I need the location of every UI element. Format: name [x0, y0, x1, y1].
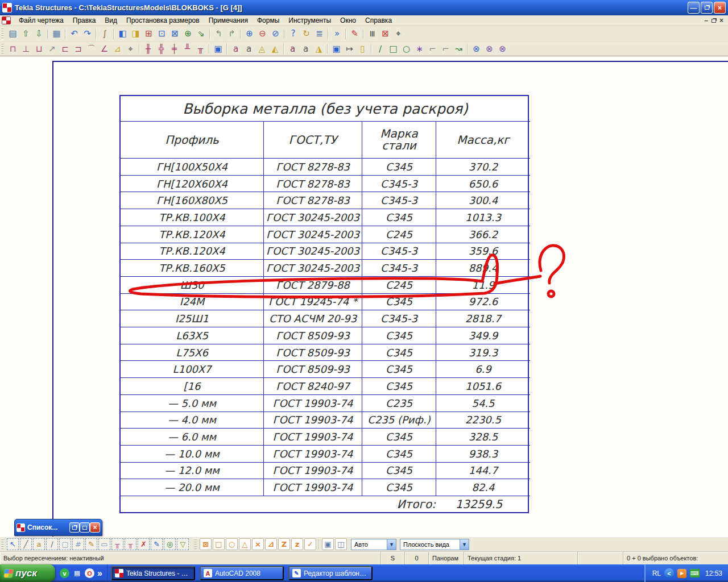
select-check-icon[interactable]: ✓: [304, 538, 316, 550]
note-slope-icon[interactable]: ◮: [312, 43, 325, 55]
mdi-restore-button[interactable]: [712, 19, 716, 23]
select-dim-icon[interactable]: ▣: [212, 43, 225, 55]
mark-slope-icon[interactable]: ◭: [268, 43, 282, 55]
menu-item[interactable]: Окно: [336, 15, 361, 26]
dim-horizontal-icon[interactable]: ⊓: [6, 43, 19, 55]
toolbar-grip[interactable]: [1, 539, 4, 550]
undo-icon[interactable]: ↶: [68, 28, 81, 40]
save-icon[interactable]: ▦: [50, 28, 63, 40]
draw-poly-1-icon[interactable]: ⌐: [426, 43, 439, 55]
rebar-dim-1-icon[interactable]: ╫: [142, 43, 155, 55]
dim-curved-icon[interactable]: ⌒: [85, 43, 98, 55]
select-all-icon[interactable]: ⊠: [200, 538, 212, 550]
dim-angle-icon[interactable]: ∠: [98, 43, 111, 55]
report-list-icon[interactable]: ≣: [313, 28, 326, 40]
zoom-mode-select[interactable]: Авто ▼: [351, 539, 396, 550]
select-rect-icon[interactable]: □: [213, 538, 225, 550]
snap-tools-icon[interactable]: ✗: [138, 538, 150, 550]
select-circle-icon[interactable]: ○: [226, 538, 238, 550]
dim-right-icon[interactable]: ⊐: [72, 43, 85, 55]
delete-view-icon[interactable]: ⊠: [379, 28, 392, 40]
dim-perpendicular-icon[interactable]: ⊥: [19, 43, 32, 55]
snap-filter-icon[interactable]: ▽: [177, 538, 189, 550]
draw-circle-icon[interactable]: ○: [400, 43, 413, 55]
menu-item[interactable]: Формы: [253, 15, 284, 26]
zoom-out-icon[interactable]: ⊖: [256, 28, 269, 40]
select-zz-icon[interactable]: z: [291, 538, 303, 550]
snap-line-icon[interactable]: ╱: [20, 538, 32, 550]
draw-rect-icon[interactable]: □: [387, 43, 400, 55]
select-angle-icon[interactable]: ⊿: [265, 538, 277, 550]
dim-free-icon[interactable]: ↗: [46, 43, 59, 55]
fit-region-icon[interactable]: ⊠: [168, 28, 181, 40]
minimize-button[interactable]: —: [688, 2, 700, 14]
zoom-in-icon[interactable]: ⊕: [243, 28, 256, 40]
redraw-icon[interactable]: ↻: [300, 28, 313, 40]
rebar-dim-3-icon[interactable]: ╪: [168, 43, 181, 55]
select-part-icon[interactable]: ▣: [322, 538, 334, 550]
drawing-canvas[interactable]: Выборка металла (без учета раскроя) Проф…: [0, 57, 728, 537]
text-plain-icon[interactable]: a: [242, 43, 255, 55]
snap-node-icon[interactable]: ▢: [59, 538, 71, 550]
draw-cloud-icon[interactable]: ↝: [452, 43, 465, 55]
draw-poly-2-icon[interactable]: ⌐: [439, 43, 452, 55]
mdi-close-button[interactable]: ×: [719, 16, 723, 24]
close-button[interactable]: ×: [714, 2, 726, 14]
symbol-icon[interactable]: ▣: [330, 43, 343, 55]
hide-part-2-icon[interactable]: ⊗: [483, 43, 496, 55]
quick-launch-opera-icon[interactable]: O: [85, 568, 94, 578]
quick-launch-notes-icon[interactable]: ▤: [72, 568, 82, 578]
link-icon[interactable]: ↦: [343, 43, 356, 55]
dim-left-icon[interactable]: ⊏: [59, 43, 72, 55]
snapshot-icon[interactable]: ⊞: [142, 28, 155, 40]
snap-center-icon[interactable]: #: [72, 538, 84, 550]
snap-text-icon[interactable]: a: [33, 538, 45, 550]
select-pointer-icon[interactable]: ↖: [7, 538, 19, 550]
rebar-dim-5-icon[interactable]: ╥: [194, 43, 207, 55]
menu-item[interactable]: Справка: [361, 15, 396, 26]
restore-button[interactable]: [701, 2, 713, 14]
snap-edit-icon[interactable]: ✎: [151, 538, 163, 550]
menu-item[interactable]: Примечания: [204, 15, 253, 26]
text-leader-icon[interactable]: a: [229, 43, 242, 55]
menu-item[interactable]: Правка: [68, 15, 101, 26]
draw-line-icon[interactable]: ∕: [374, 43, 387, 55]
new-drawing-icon[interactable]: ▤: [6, 28, 19, 40]
select-z-icon[interactable]: Z: [278, 538, 290, 550]
toolbar-grip[interactable]: [194, 539, 197, 550]
dim-origin-icon[interactable]: ⌖: [124, 43, 137, 55]
snap-grid-1-icon[interactable]: ╥: [111, 538, 123, 550]
file-link-icon[interactable]: ▯: [356, 43, 369, 55]
list-maximize-button[interactable]: [80, 522, 90, 533]
snap-grid-2-icon[interactable]: ╥: [125, 538, 136, 550]
toolbar-grip[interactable]: [1, 28, 4, 40]
mark-level-icon[interactable]: ◬: [255, 43, 268, 55]
chevron-down-icon[interactable]: ▼: [460, 539, 469, 550]
fetch-down-icon[interactable]: ⇩: [32, 28, 46, 40]
task-button-template-editor[interactable]: ✎ Редактор шаблонов...: [288, 566, 373, 580]
note-leader-icon[interactable]: a: [286, 43, 299, 55]
paste-link-icon[interactable]: ↱: [225, 28, 238, 40]
chevron-down-icon[interactable]: ▼: [387, 539, 396, 550]
mdi-minimize-button[interactable]: –: [704, 16, 708, 24]
fit-window-icon[interactable]: ⊡: [155, 28, 168, 40]
task-button-autocad[interactable]: A AutoCAD 2008: [200, 566, 284, 580]
toolbar-grip[interactable]: [1, 43, 4, 54]
hide-part-1-icon[interactable]: ⊗: [470, 43, 483, 55]
list-window[interactable]: Список... ×: [14, 519, 102, 536]
context-help-icon[interactable]: ?: [287, 28, 300, 40]
snap-target-icon[interactable]: ◎: [164, 538, 176, 550]
snap-pen-icon[interactable]: ✎: [85, 538, 97, 550]
hide-tray-icons-icon[interactable]: <: [664, 568, 674, 578]
metal-selection-table[interactable]: Выборка металла (без учета раскроя) Проф…: [119, 95, 529, 513]
more-tools-icon[interactable]: »: [330, 28, 344, 40]
paint-icon[interactable]: ✎: [348, 28, 361, 40]
start-button[interactable]: пуск: [0, 564, 55, 582]
properties-blue-icon[interactable]: ◧: [116, 28, 129, 40]
zoom-previous-icon[interactable]: ⊘: [269, 28, 282, 40]
menu-item[interactable]: Простановка размеров: [122, 15, 204, 26]
rebar-dim-4-icon[interactable]: ╨: [181, 43, 194, 55]
quick-launch-utorrent-icon[interactable]: v: [60, 568, 69, 578]
update-marks-icon[interactable]: ⊕: [181, 28, 195, 40]
draw-symbol-icon[interactable]: ∗: [413, 43, 426, 55]
